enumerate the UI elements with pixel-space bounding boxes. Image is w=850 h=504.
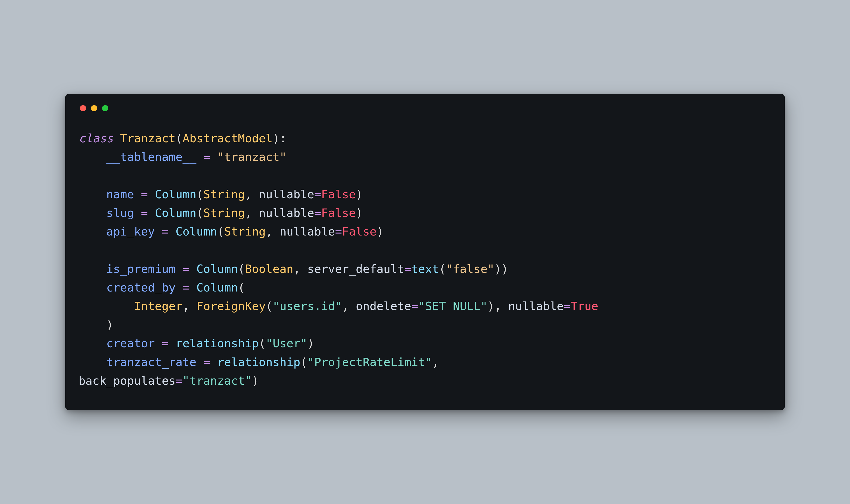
fn-column1: Column — [155, 188, 196, 201]
kw-server-default: server_default — [307, 262, 404, 275]
lparen: ( — [176, 132, 182, 145]
attr-api-key: api_key — [106, 225, 155, 238]
fn-relationship2: relationship — [217, 356, 301, 369]
fn-foreignkey: ForeignKey — [196, 300, 266, 313]
attr-created-by: created_by — [106, 281, 176, 294]
kw-ondelete: ondelete — [356, 300, 411, 313]
kw-nullable1: nullable — [259, 188, 314, 201]
attr-is-premium: is_premium — [106, 262, 176, 275]
minimize-icon[interactable] — [91, 105, 97, 111]
class-name: Tranzact — [120, 132, 176, 145]
kw-back-populates: back_populates — [78, 374, 176, 388]
string-false: "false" — [446, 262, 494, 275]
colon: : — [279, 132, 286, 145]
string-tranzact2: "tranzact" — [183, 374, 252, 388]
attr-creator: creator — [106, 337, 155, 350]
traffic-lights — [78, 105, 772, 111]
attr-name: name — [106, 188, 134, 201]
attr-slug: slug — [106, 206, 134, 220]
string-user: "User" — [266, 337, 307, 350]
close-icon[interactable] — [80, 105, 86, 111]
code-block: class Tranzact(AbstractModel): __tablena… — [78, 129, 772, 390]
string-users-id: "users.id" — [273, 300, 342, 313]
rparen: ) — [273, 132, 279, 145]
type-integer: Integer — [134, 300, 182, 313]
type-boolean: Boolean — [245, 262, 293, 275]
code-window: class Tranzact(AbstractModel): __tablena… — [65, 94, 785, 410]
string-set-null: "SET NULL" — [418, 300, 487, 313]
equals: = — [203, 150, 210, 164]
keyword-class: class — [78, 132, 113, 145]
base-class: AbstractModel — [183, 132, 273, 145]
maximize-icon[interactable] — [102, 105, 108, 111]
string-tranzact: "tranzact" — [217, 150, 286, 164]
string-project-rate-limit: "ProjectRateLimit" — [307, 356, 432, 369]
fn-text: text — [411, 262, 439, 275]
attr-tranzact-rate: tranzact_rate — [106, 356, 196, 369]
fn-relationship1: relationship — [176, 337, 259, 350]
bool-true: True — [571, 300, 598, 313]
type-string1: String — [203, 188, 245, 201]
bool-false1: False — [321, 188, 356, 201]
dunder-tablename: __tablename__ — [106, 150, 196, 164]
